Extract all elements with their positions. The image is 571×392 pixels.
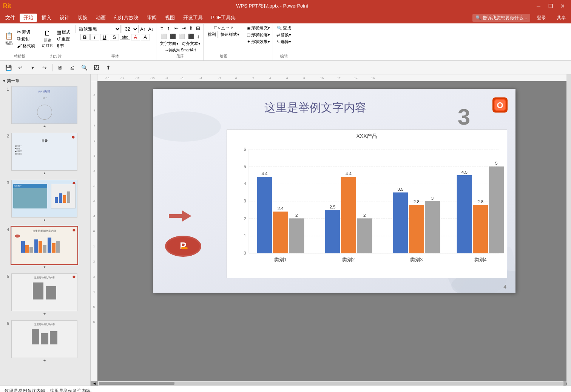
menu-animations[interactable]: 动画 bbox=[92, 14, 110, 22]
magnify-button[interactable]: 🔍 bbox=[79, 63, 90, 73]
replace-button[interactable]: ⇄ 替换▾ bbox=[275, 32, 292, 38]
quick-styles-button[interactable]: 快速样式▾ bbox=[219, 31, 241, 38]
svg-text:3: 3 bbox=[431, 196, 434, 201]
scroll-thumb[interactable] bbox=[99, 382, 174, 385]
convert-smartart-button[interactable]: →转换为 SmartArt bbox=[165, 48, 196, 53]
share-button[interactable]: 共享 bbox=[553, 14, 569, 22]
slide-thumb-3[interactable]: ⬤ 海滩图片 bbox=[11, 179, 78, 218]
minimize-button[interactable]: ─ bbox=[533, 2, 544, 10]
menu-review[interactable]: 审阅 bbox=[143, 14, 160, 22]
section-button[interactable]: § 节 bbox=[56, 43, 71, 49]
section-collapse-icon[interactable]: ▾ bbox=[3, 79, 5, 83]
menu-view[interactable]: 视图 bbox=[161, 14, 179, 22]
restore-button[interactable]: ❐ bbox=[545, 2, 556, 10]
copy-button[interactable]: ⧉ 复制 bbox=[16, 35, 36, 42]
justify-button[interactable]: ⬛ bbox=[187, 33, 195, 40]
menu-pdf[interactable]: PDF工具集 bbox=[207, 14, 239, 22]
find-button[interactable]: 🔍 查找 bbox=[276, 25, 292, 31]
export-button[interactable]: ⬆ bbox=[103, 63, 114, 73]
align-text-button[interactable]: 对齐文本▾ bbox=[181, 40, 202, 47]
format-brush-button[interactable]: 🖌 格式刷 bbox=[16, 43, 36, 49]
bold-button[interactable]: B bbox=[80, 34, 90, 40]
new-slide-button[interactable]: 🗋 新建 幻灯片 bbox=[40, 29, 55, 49]
menu-transitions[interactable]: 切换 bbox=[74, 14, 91, 22]
search-area[interactable]: 🔍 告诉我您想要做什么... bbox=[472, 14, 530, 22]
undo-arrow-button[interactable]: ▾ bbox=[27, 63, 38, 73]
undo-button[interactable]: ↩ bbox=[15, 63, 26, 73]
shape-more-button[interactable]: ▿ bbox=[231, 25, 233, 30]
shape-rect-button[interactable]: □ bbox=[215, 25, 217, 30]
select-button[interactable]: ↖ 选择▾ bbox=[275, 39, 292, 45]
scroll-bar-h[interactable]: ◀ ▶ bbox=[91, 381, 571, 386]
svg-text:O: O bbox=[497, 100, 503, 110]
bullet-list-button[interactable]: ≡ bbox=[159, 25, 165, 32]
redo-button[interactable]: ↪ bbox=[39, 63, 50, 73]
slide-thumb-4[interactable]: ⬤ 这里是举例文字内容 bbox=[11, 226, 78, 265]
shape-circle-button[interactable]: ○ bbox=[218, 25, 221, 30]
menu-design[interactable]: 设计 bbox=[56, 14, 73, 22]
svg-text:10: 10 bbox=[320, 77, 324, 80]
print-button[interactable]: 🖨 bbox=[67, 63, 77, 73]
italic-button[interactable]: I bbox=[90, 34, 99, 40]
arrange-button[interactable]: 排列 bbox=[206, 31, 218, 38]
strikethrough-button[interactable]: S bbox=[110, 34, 119, 40]
slide-item-6[interactable]: 6 这里是举例文字内容 ★ bbox=[2, 319, 89, 363]
number-list-button[interactable]: ⒈ bbox=[165, 25, 173, 32]
text-shadow-button[interactable]: abc bbox=[120, 35, 130, 40]
menu-file[interactable]: 文件 bbox=[2, 14, 19, 22]
slide-item-3[interactable]: 3 ⬤ 海滩图片 bbox=[2, 178, 89, 223]
login-button[interactable]: 登录 bbox=[533, 14, 550, 22]
close-button[interactable]: ✕ bbox=[557, 2, 568, 10]
font-color-button[interactable]: A bbox=[131, 34, 140, 40]
align-left-button[interactable]: ⬜ bbox=[160, 33, 168, 40]
increase-font-button[interactable]: A↑ bbox=[139, 26, 147, 32]
text-align-col-button[interactable]: ⊞ bbox=[195, 25, 201, 32]
menu-developer[interactable]: 开发工具 bbox=[179, 14, 207, 22]
slide-thumb-2[interactable]: ⬤ 目录 ■ 内容一■ 内容二■ 内容三■ 内容四 bbox=[11, 132, 78, 171]
canvas-wrapper[interactable]: 这里是举例文字内容 3 O bbox=[97, 81, 571, 381]
shape-outline-button[interactable]: ▢ 形状轮廓▾ bbox=[245, 32, 271, 38]
slide-item-1[interactable]: 1 PPT教程 -997 ★ bbox=[2, 85, 89, 129]
underline-button[interactable]: U bbox=[100, 34, 109, 40]
align-right-button[interactable]: ⬜ bbox=[178, 33, 186, 40]
svg-text:14: 14 bbox=[354, 77, 358, 80]
slide-item-5[interactable]: 5 ⬤ 这里是举例文字内容 ★ bbox=[2, 272, 89, 316]
insert-image-button[interactable]: 🖼 bbox=[91, 63, 102, 73]
presentation-mode-button[interactable]: 🖥 bbox=[55, 63, 65, 73]
paste-button[interactable]: 📋 粘贴 bbox=[3, 31, 15, 46]
shape-triangle-button[interactable]: △ bbox=[221, 25, 225, 30]
indent-less-button[interactable]: ⇤ bbox=[173, 25, 180, 32]
menu-slideshow[interactable]: 幻灯片放映 bbox=[110, 14, 142, 22]
slide-item-2[interactable]: 2 ⬤ 目录 ■ 内容一■ 内容二■ 内容三■ 内容四 ★ bbox=[2, 131, 89, 176]
save-button[interactable]: 💾 bbox=[3, 63, 14, 73]
text-box-button[interactable]: 文字方向▾ bbox=[159, 40, 180, 47]
slide-thumb-1[interactable]: PPT教程 -997 bbox=[11, 85, 78, 125]
scroll-bar-v[interactable] bbox=[566, 81, 571, 381]
text-direction-button[interactable]: ⇕ bbox=[188, 25, 194, 32]
slide-item-4[interactable]: 4 ⬤ 这里是举例文字内容 bbox=[2, 225, 89, 270]
font-family-select[interactable]: 微软雅黑 bbox=[76, 25, 121, 33]
slide-title[interactable]: 这里是举例文字内容 bbox=[191, 100, 440, 116]
shape-effect-button[interactable]: ✦ 形状效果▾ bbox=[246, 39, 271, 45]
slides-panel[interactable]: ▾ 第一章 1 PPT教程 -997 ★ 2 bbox=[0, 74, 91, 386]
font-size-select[interactable]: 32 bbox=[122, 25, 139, 33]
slide-thumb-5[interactable]: ⬤ 这里是举例文字内容 bbox=[11, 273, 78, 312]
indent-more-button[interactable]: ⇥ bbox=[181, 25, 187, 32]
scroll-left-btn[interactable]: ◀ bbox=[91, 381, 98, 386]
reset-button[interactable]: ↺ 重置 bbox=[56, 36, 71, 42]
slide-thumb-6[interactable]: 这里是举例文字内容 bbox=[11, 319, 78, 359]
cut-button[interactable]: ✂ 剪切 bbox=[16, 29, 36, 35]
slide-canvas[interactable]: 这里是举例文字内容 3 O bbox=[153, 89, 515, 293]
decrease-font-button[interactable]: A↓ bbox=[147, 26, 154, 32]
menu-home[interactable]: 开始 bbox=[20, 14, 37, 22]
shape-fill-button[interactable]: ▣ 形状填充▾ bbox=[245, 25, 271, 31]
menu-insert[interactable]: 插入 bbox=[38, 14, 55, 22]
notes-bar[interactable]: 这里是举例备注内容，这里是举例备注内容。 bbox=[0, 386, 571, 392]
layout-button[interactable]: ▦ 版式 bbox=[56, 29, 71, 35]
shape-arrow-button[interactable]: → bbox=[225, 25, 230, 30]
align-center-button[interactable]: ⬛ bbox=[169, 33, 177, 40]
chart-container[interactable]: XXX产品 0 1 2 bbox=[227, 130, 507, 278]
scroll-track[interactable] bbox=[99, 382, 563, 385]
line-spacing-button[interactable]: ↕ bbox=[196, 33, 201, 40]
char-spacing-button[interactable]: A bbox=[141, 34, 150, 40]
